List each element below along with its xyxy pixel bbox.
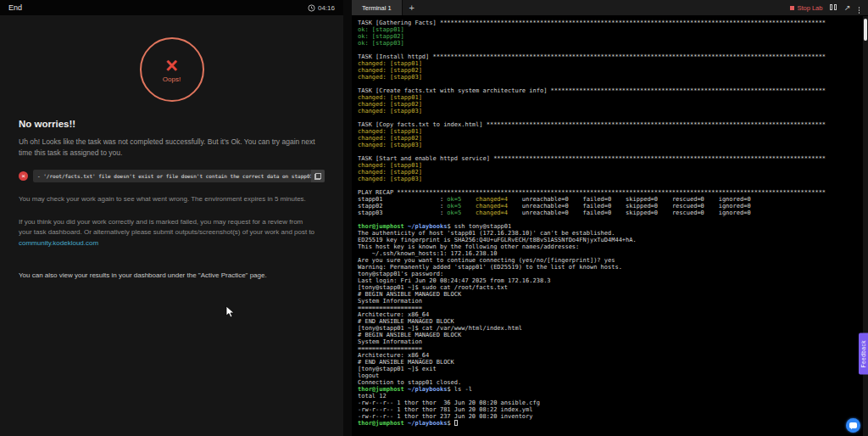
terminal-line: thor@jumphost ~/playbooks$ ls -l — [358, 386, 862, 393]
terminal-line: changed: [stapp03] — [358, 176, 862, 182]
chat-widget-button[interactable] — [846, 418, 860, 433]
terminal-line: ok: [stapp01] — [358, 26, 862, 33]
terminal-line: # BEGIN ANSIBLE MANAGED BLOCK — [358, 291, 862, 298]
terminal-line: logout — [358, 372, 862, 379]
terminal-line: TASK [Start and enable httpd service] **… — [358, 155, 862, 162]
terminal-line: changed: [stapp01] — [358, 94, 862, 101]
terminal-line: Connection to stapp01 closed. — [358, 379, 862, 386]
terminal-line: -rw-r--r-- 1 thor thor 237 Jun 20 08:20 … — [358, 413, 862, 420]
terminal-line: Are you sure you want to continue connec… — [358, 257, 862, 264]
terminal-line — [358, 216, 862, 223]
terminal-line: System Information — [358, 338, 862, 345]
terminal-line: thor@jumphost ~/playbooks$ — [358, 420, 862, 427]
terminal-line: ~/.ssh/known_hosts:1: 172.16.238.10 — [358, 250, 862, 257]
terminal-line: changed: [stapp03] — [358, 108, 862, 115]
terminal-line: changed: [stapp01] — [358, 128, 862, 135]
split-view-button[interactable] — [830, 4, 837, 12]
terminal-line: changed: [stapp02] — [358, 169, 862, 176]
open-external-button[interactable]: ↗ — [844, 4, 851, 12]
terminal-line: ok: [stapp02] — [358, 33, 862, 40]
terminal-line: changed: [stapp02] — [358, 135, 862, 142]
timer-value: 04:16 — [318, 4, 335, 12]
result-content: No worries!! Uh oh! Looks like the task … — [0, 119, 343, 281]
terminal-line: stapp03 : ok=5 changed=4 unreachable=0 f… — [358, 210, 862, 216]
clock-icon — [308, 4, 315, 12]
terminal-line: [tony@stapp01 ~]$ exit — [358, 366, 862, 372]
terminal-line: Last login: Fri Jun 20 08:24:47 2025 fro… — [358, 277, 862, 284]
feedback-tab[interactable]: Feedback — [859, 333, 868, 375]
terminal-line: total 12 — [358, 393, 862, 400]
terminal-line: System Information — [358, 298, 862, 305]
terminal-line: ED25519 key fingerprint is SHA256:Q4U+uF… — [358, 237, 862, 243]
result-heading: No worries!! — [19, 119, 325, 129]
error-x-icon: × — [165, 56, 178, 75]
terminal-line: Warning: Permanently added 'stapp01' (ED… — [358, 264, 862, 271]
stop-icon — [790, 6, 794, 10]
chat-icon — [849, 422, 857, 428]
terminal-header: Terminal 1 + Stop Lab ↗ — [352, 0, 868, 15]
session-timer: 04:16 — [308, 4, 335, 12]
terminal-line — [358, 47, 862, 53]
terminal-panel: Terminal 1 + Stop Lab ↗ TASK [Gathering … — [352, 0, 868, 436]
terminal-line — [358, 182, 862, 189]
terminal-line: Architecture: x86_64 — [358, 352, 862, 359]
terminal-line: # END ANSIBLE MANAGED BLOCK — [358, 318, 862, 325]
review-note-text: If you think you did your work correctly… — [19, 218, 314, 236]
mouse-cursor — [225, 305, 236, 319]
oops-badge: × Oops! — [140, 37, 204, 102]
stop-lab-label: Stop Lab — [797, 4, 822, 12]
terminal-menu-button[interactable] — [859, 3, 860, 14]
terminal-line: TASK [Copy facts.txt to index.html] ****… — [358, 121, 862, 128]
terminal-line: This host key is known by the following … — [358, 243, 862, 250]
kebab-menu-icon — [859, 7, 860, 14]
left-topbar: End 04:16 — [0, 0, 343, 15]
review-note: If you think you did your work correctly… — [19, 217, 317, 249]
terminal-line: changed: [stapp02] — [358, 101, 862, 108]
error-row: × - '/root/facts.txt' file doesn't exist… — [19, 170, 325, 182]
terminal-output[interactable]: TASK [Gathering Facts] *****************… — [352, 15, 862, 436]
terminal-line: ================== — [358, 345, 862, 352]
terminal-line: Architecture: x86_64 — [358, 311, 862, 318]
terminal-scrollbar-thumb[interactable] — [864, 19, 867, 41]
error-circle-x-icon: × — [19, 171, 28, 181]
terminal-line: changed: [stapp01] — [358, 162, 862, 169]
community-link[interactable]: community.kodekloud.com — [19, 239, 98, 247]
new-terminal-button[interactable]: + — [403, 3, 421, 13]
terminal-line: [tony@stapp01 ~]$ sudo cat /root/facts.t… — [358, 284, 862, 291]
terminal-line: The authenticity of host 'stapp01 (172.1… — [358, 230, 862, 237]
terminal-line: TASK [Gathering Facts] *****************… — [358, 20, 862, 26]
copy-icon — [314, 173, 321, 180]
terminal-line: changed: [stapp03] — [358, 142, 862, 148]
stop-lab-button[interactable]: Stop Lab — [790, 4, 822, 12]
terminal-line: TASK [Install httpd] *******************… — [358, 53, 862, 60]
terminal-line: # BEGIN ANSIBLE MANAGED BLOCK — [358, 332, 862, 338]
error-detail-bar: - '/root/facts.txt' file doesn't exist o… — [33, 170, 325, 182]
terminal-line: stapp02 : ok=5 changed=4 unreachable=0 f… — [358, 203, 862, 210]
terminal-line: TASK [Create facts.txt with system archi… — [358, 87, 862, 94]
terminal-line: thor@jumphost ~/playbooks$ ssh tony@stap… — [358, 223, 862, 230]
terminal-line: [tony@stapp01 ~]$ cat /var/www/html/inde… — [358, 325, 862, 332]
oops-label: Oops! — [163, 75, 181, 83]
terminal-line: -rw-r--r-- 1 thor thor 36 Jun 20 08:20 a… — [358, 400, 862, 406]
task-result-panel: End 04:16 × Oops! No worries!! Uh oh! Lo… — [0, 0, 343, 436]
terminal-line: changed: [stapp03] — [358, 74, 862, 81]
terminal-tab[interactable]: Terminal 1 — [352, 0, 403, 15]
terminal-actions: Stop Lab ↗ — [790, 3, 868, 14]
terminal-line — [358, 81, 862, 87]
split-icon — [830, 4, 837, 10]
end-button[interactable]: End — [8, 3, 22, 12]
terminal-line: -rw-r--r-- 1 thor thor 781 Jun 20 08:22 … — [358, 406, 862, 413]
dashboard-note: You can also view your results in your d… — [19, 271, 317, 281]
terminal-line: stapp01 : ok=5 changed=4 unreachable=0 f… — [358, 196, 862, 203]
result-message: Uh oh! Looks like the task was not compl… — [19, 137, 317, 159]
check-note: You may check your work again to see wha… — [19, 194, 317, 204]
external-link-icon: ↗ — [844, 3, 851, 12]
terminal-line: changed: [stapp02] — [358, 67, 862, 74]
terminal-line: ================== — [358, 305, 862, 311]
error-detail-text: - '/root/facts.txt' file doesn't exist o… — [33, 170, 311, 182]
terminal-line: PLAY RECAP *****************************… — [358, 189, 862, 196]
terminal-line — [358, 115, 862, 121]
copy-button[interactable] — [311, 170, 325, 182]
terminal-line: ok: [stapp03] — [358, 40, 862, 47]
terminal-line: changed: [stapp01] — [358, 60, 862, 67]
